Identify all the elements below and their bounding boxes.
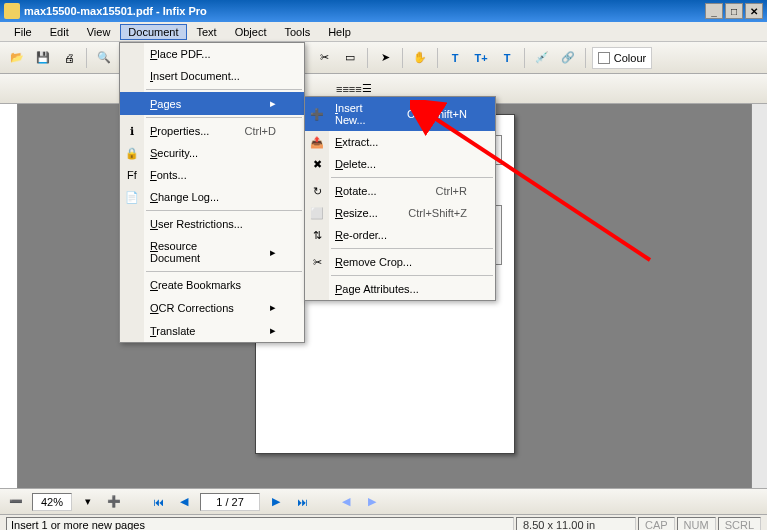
document-menu-shortcut: Ctrl+D (245, 125, 276, 137)
pages-menu-item[interactable]: ⬜Resize...Ctrl+Shift+Z (305, 202, 495, 224)
document-menu-item[interactable]: Pages▸ (120, 92, 304, 115)
open-icon[interactable]: 📂 (6, 47, 28, 69)
text-plus-icon[interactable]: T+ (470, 47, 492, 69)
main-toolbar: 📂 💾 🖨 🔍 ✂ ▭ ➤ ✋ T T+ T 💉 🔗 Colour (0, 42, 767, 74)
pages-menu-shortcut: Ctrl+R (436, 185, 467, 197)
menu-file[interactable]: File (6, 24, 40, 40)
crop-icon[interactable]: ✂ (313, 47, 335, 69)
pages-menu-label: Extract... (335, 136, 467, 148)
document-menu-icon (124, 216, 140, 232)
menu-view[interactable]: View (79, 24, 119, 40)
prev-page-icon[interactable]: ◀ (174, 492, 194, 512)
document-menu-label: Pages (150, 98, 250, 110)
pages-menu-item[interactable]: 📤Extract... (305, 131, 495, 153)
pages-menu-item[interactable]: Page Attributes... (305, 278, 495, 300)
pages-menu-item[interactable]: ⇅Re-order... (305, 224, 495, 246)
document-menu-icon (124, 323, 140, 339)
pointer-icon[interactable]: ➤ (374, 47, 396, 69)
pages-submenu-popup: ➕Insert New...Ctrl+Shift+N📤Extract...✖De… (304, 96, 496, 301)
close-button[interactable]: ✕ (745, 3, 763, 19)
document-menu-item[interactable]: User Restrictions... (120, 213, 304, 235)
text-t-icon[interactable]: T (444, 47, 466, 69)
pages-menu-item[interactable]: ✖Delete... (305, 153, 495, 175)
pages-menu-icon: 📤 (309, 134, 325, 150)
document-menu-icon: 🔒 (124, 145, 140, 161)
print-icon[interactable]: 🖨 (58, 47, 80, 69)
menu-object[interactable]: Object (227, 24, 275, 40)
document-menu-icon (124, 277, 140, 293)
submenu-arrow-icon: ▸ (270, 324, 276, 337)
document-menu-item[interactable]: Translate▸ (120, 319, 304, 342)
pages-menu-icon: ✂ (309, 254, 325, 270)
pages-menu-icon: ↻ (309, 183, 325, 199)
pages-menu-item[interactable]: ↻Rotate...Ctrl+R (305, 180, 495, 202)
pages-menu-shortcut: Ctrl+Shift+N (407, 108, 467, 120)
document-menu-item[interactable]: 🔒Security... (120, 142, 304, 164)
pages-menu-label: Resize... (335, 207, 388, 219)
num-indicator: NUM (677, 517, 716, 531)
maximize-button[interactable]: □ (725, 3, 743, 19)
document-menu-icon (124, 244, 140, 260)
document-menu-item[interactable]: Insert Document... (120, 65, 304, 87)
document-menu-label: Resource Document (150, 240, 250, 264)
document-menu-popup: Place PDF...Insert Document...Pages▸ℹPro… (119, 42, 305, 343)
hand-icon[interactable]: ✋ (409, 47, 431, 69)
colour-dropdown[interactable]: Colour (592, 47, 652, 69)
minimize-button[interactable]: _ (705, 3, 723, 19)
title-bar: max15500-max15501.pdf - Infix Pro _ □ ✕ (0, 0, 767, 22)
last-page-icon[interactable]: ⏭ (292, 492, 312, 512)
list-icon[interactable]: ☰ (362, 82, 372, 95)
menu-document[interactable]: Document (120, 24, 186, 40)
zoom-dropdown-icon[interactable]: ▾ (78, 492, 98, 512)
app-icon (4, 3, 20, 19)
pages-menu-label: Remove Crop... (335, 256, 467, 268)
zoom-out-icon[interactable]: ➖ (6, 492, 26, 512)
document-menu-label: Security... (150, 147, 276, 159)
document-menu-item[interactable]: ℹProperties...Ctrl+D (120, 120, 304, 142)
zoom-in-icon[interactable]: ➕ (104, 492, 124, 512)
document-menu-icon (124, 96, 140, 112)
pages-menu-label: Re-order... (335, 229, 467, 241)
status-message: Insert 1 or more new pages (6, 517, 514, 531)
document-menu-item[interactable]: Create Bookmarks (120, 274, 304, 296)
document-menu-label: Translate (150, 325, 250, 337)
menu-text[interactable]: Text (189, 24, 225, 40)
document-menu-item[interactable]: OCR Corrections▸ (120, 296, 304, 319)
document-menu-label: Fonts... (150, 169, 276, 181)
status-bar: Insert 1 or more new pages 8.50 x 11.00 … (0, 514, 767, 530)
menu-tools[interactable]: Tools (276, 24, 318, 40)
text-tool-icon[interactable]: T (496, 47, 518, 69)
pages-menu-icon: ⇅ (309, 227, 325, 243)
search-icon[interactable]: 🔍 (93, 47, 115, 69)
save-icon[interactable]: 💾 (32, 47, 54, 69)
pages-menu-icon: ⬜ (309, 205, 325, 221)
document-menu-icon: ℹ (124, 123, 140, 139)
pages-menu-icon (309, 281, 325, 297)
navigation-toolbar: ➖ 42% ▾ ➕ ⏮ ◀ 1 / 27 ▶ ⏭ ◀ ▶ (0, 488, 767, 514)
menu-help[interactable]: Help (320, 24, 359, 40)
link-icon[interactable]: 🔗 (557, 47, 579, 69)
menu-edit[interactable]: Edit (42, 24, 77, 40)
document-menu-item[interactable]: 📄Change Log... (120, 186, 304, 208)
document-menu-item[interactable]: FfFonts... (120, 164, 304, 186)
document-menu-label: Properties... (150, 125, 225, 137)
next-page-icon[interactable]: ▶ (266, 492, 286, 512)
document-menu-item[interactable]: Resource Document▸ (120, 235, 304, 269)
history-fwd-icon[interactable]: ▶ (362, 492, 382, 512)
zoom-level[interactable]: 42% (32, 493, 72, 511)
pages-menu-item[interactable]: ✂Remove Crop... (305, 251, 495, 273)
eyedropper-icon[interactable]: 💉 (531, 47, 553, 69)
document-menu-icon: 📄 (124, 189, 140, 205)
submenu-arrow-icon: ▸ (270, 301, 276, 314)
first-page-icon[interactable]: ⏮ (148, 492, 168, 512)
vertical-scrollbar[interactable] (751, 104, 767, 488)
rect-icon[interactable]: ▭ (339, 47, 361, 69)
history-back-icon[interactable]: ◀ (336, 492, 356, 512)
pages-menu-label: Insert New... (335, 102, 387, 126)
window-title: max15500-max15501.pdf - Infix Pro (24, 5, 703, 17)
document-menu-item[interactable]: Place PDF... (120, 43, 304, 65)
page-indicator[interactable]: 1 / 27 (200, 493, 260, 511)
pages-menu-item[interactable]: ➕Insert New...Ctrl+Shift+N (305, 97, 495, 131)
document-menu-label: Change Log... (150, 191, 276, 203)
page-size-indicator: 8.50 x 11.00 in (516, 517, 636, 531)
